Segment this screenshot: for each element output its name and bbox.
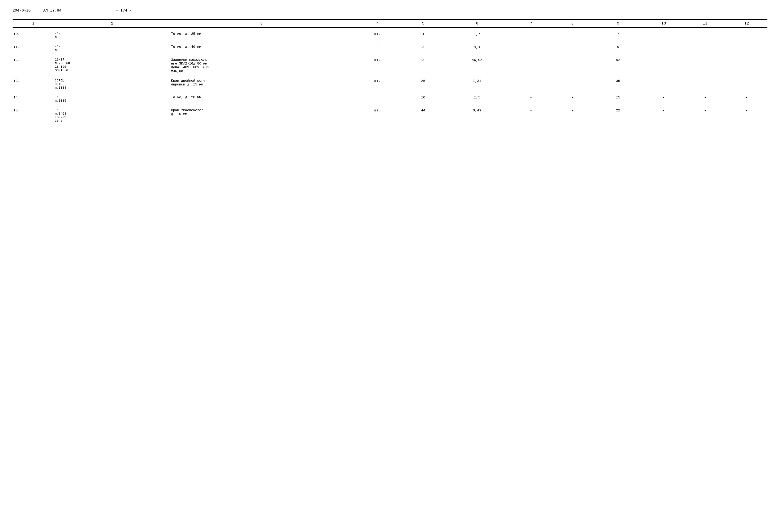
col-header-10: IO [643,19,684,28]
col-header-12: I2 [726,19,768,28]
table-row: I5.-"- п.I463 I8-229 I5-5Кран "Маевского… [12,107,768,124]
document-code: 294-6-IO [12,8,31,12]
col-header-7: 7 [510,19,552,28]
table-row: I3.ССРСЦ ч.Ш п.I034Кран двойной регу- ли… [12,78,768,91]
col-header-9: 9 [593,19,643,28]
page-header: 294-6-IO Ал.IY.84 - I74 - [12,8,768,12]
col-header-11: II [684,19,726,28]
col-header-2: 2 [54,19,170,28]
document-ref: Ал.IY.84 [43,8,61,12]
main-table: I 2 3 4 5 6 7 8 9 IO II I2 IO.-"- п.93То… [12,19,768,124]
table-row: IO.-"- п.93То же, д. 25 ммшт.4I,7--7--- [12,31,768,41]
col-header-4: 4 [353,19,402,28]
page-number: - I74 - [116,8,132,12]
table-row: I2.23-07 п.2-0I60 23-I96 30-I5-6Задвижки… [12,57,768,74]
col-header-1: I [12,19,54,28]
col-header-8: 8 [552,19,593,28]
col-header-6: 6 [444,19,510,28]
table-header-row: I 2 3 4 5 6 7 8 9 IO II I2 [12,19,768,28]
table-row: II.-"- п.95То же, д. 40 мм"24,4--9--- [12,44,768,53]
col-header-3: 3 [170,19,353,28]
col-header-5: 5 [402,19,444,28]
table-row: I4.-"- п.I035То же, д. 20 мм"IOI,5--I5--… [12,94,768,104]
